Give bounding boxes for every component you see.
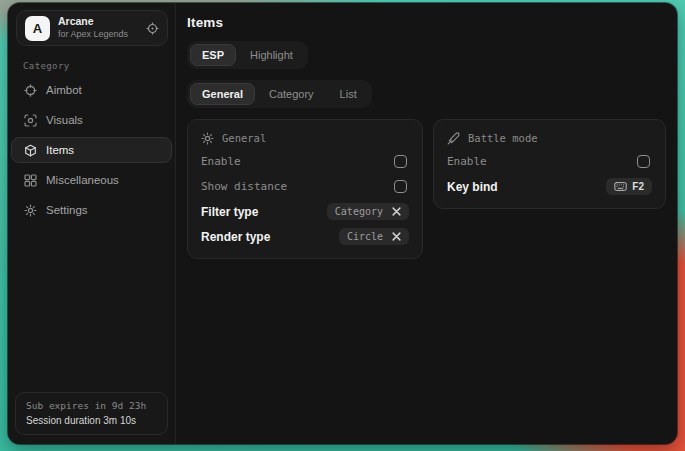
eye-scan-icon [24,114,37,127]
tag-value: Category [335,206,383,217]
setting-label: Show distance [201,180,287,193]
target-icon[interactable] [146,22,159,35]
tab-general[interactable]: General [190,83,255,105]
sidebar-item-label: Miscellaneous [46,174,119,186]
package-icon [24,144,37,157]
subscription-card: Sub expires in 9d 23h Session duration 3… [15,392,168,435]
general-panel: General Enable Show distance Filter type… [187,119,423,259]
crosshair-icon [24,84,37,97]
panels-row: General Enable Show distance Filter type… [187,119,667,259]
sidebar: A Arcane for Apex Legends Category [8,3,176,444]
mode-tabs-row: ESP Highlight [187,41,667,69]
battle-mode-panel: Battle mode Enable Key bind [433,119,666,209]
sub-expiry-text: Sub expires in 9d 23h [26,400,157,411]
panel-title: General [222,132,266,144]
app-name: Arcane [58,15,138,29]
sidebar-item-visuals[interactable]: Visuals [11,107,172,133]
sidebar-item-miscellaneous[interactable]: Miscellaneous [11,167,172,193]
app-header-card: A Arcane for Apex Legends [16,10,168,46]
session-duration-text: Session duration 3m 10s [26,415,157,426]
app-title-block: Arcane for Apex Legends [58,15,138,40]
sidebar-item-aimbot[interactable]: Aimbot [11,77,172,103]
setting-label: Enable [447,155,487,168]
setting-row-battle-enable: Enable [447,149,652,174]
sword-icon [447,132,460,145]
sidebar-item-label: Aimbot [46,84,82,96]
setting-row-show-distance: Show distance [201,174,409,199]
battle-panel-header: Battle mode [447,127,652,149]
tab-esp[interactable]: ESP [190,44,236,66]
setting-label: Enable [201,155,241,168]
grid-icon [24,174,37,187]
setting-row-enable: Enable [201,149,409,174]
page-title: Items [187,15,667,30]
sidebar-nav: Aimbot Visuals Items [8,77,175,223]
show-distance-checkbox[interactable] [394,180,407,193]
general-panel-header: General [201,127,409,149]
gear-icon [24,204,37,217]
sidebar-item-label: Items [46,144,74,156]
close-icon[interactable] [392,232,401,241]
key-bind-button[interactable]: F2 [606,178,652,195]
mode-tab-group: ESP Highlight [187,41,308,69]
sidebar-item-label: Settings [46,204,88,216]
panel-title: Battle mode [468,132,538,144]
keyboard-icon [614,182,627,191]
setting-row-key-bind: Key bind F2 [447,174,652,199]
tab-highlight[interactable]: Highlight [238,44,305,66]
main-content: Items ESP Highlight General Category Lis… [176,3,677,444]
enable-checkbox[interactable] [394,155,407,168]
tag-value: Circle [347,231,383,242]
view-tabs-row: General Category List [187,80,667,108]
app-subtitle: for Apex Legends [58,29,138,41]
sidebar-section-label: Category [23,61,175,71]
setting-row-filter-type: Filter type Category [201,199,409,224]
app-window: A Arcane for Apex Legends Category [8,3,677,444]
app-logo: A [25,16,50,41]
tab-category[interactable]: Category [257,83,326,105]
setting-label: Render type [201,230,270,244]
tab-list[interactable]: List [328,83,369,105]
setting-label: Key bind [447,180,498,194]
setting-row-render-type: Render type Circle [201,224,409,249]
sidebar-item-label: Visuals [46,114,83,126]
setting-label: Filter type [201,205,258,219]
render-type-select[interactable]: Circle [339,228,409,245]
sun-icon [201,132,214,145]
filter-type-select[interactable]: Category [327,203,409,220]
close-icon[interactable] [392,207,401,216]
sidebar-item-items[interactable]: Items [11,137,172,163]
battle-enable-checkbox[interactable] [637,155,650,168]
sidebar-item-settings[interactable]: Settings [11,197,172,223]
sidebar-spacer [8,223,175,392]
key-bind-value: F2 [632,181,644,192]
view-tab-group: General Category List [187,80,372,108]
